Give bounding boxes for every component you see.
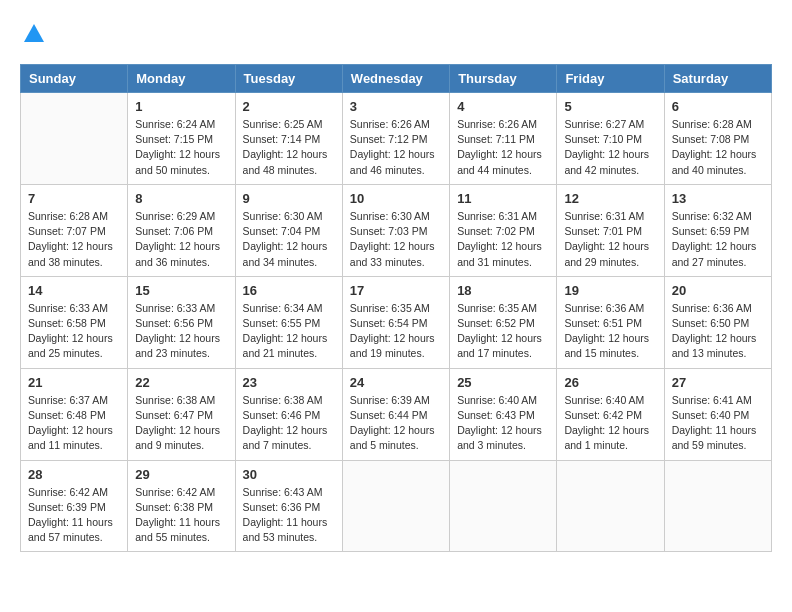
day-number: 3 <box>350 99 442 114</box>
calendar-week-row: 7Sunrise: 6:28 AM Sunset: 7:07 PM Daylig… <box>21 184 772 276</box>
calendar-cell: 19Sunrise: 6:36 AM Sunset: 6:51 PM Dayli… <box>557 276 664 368</box>
calendar-cell: 15Sunrise: 6:33 AM Sunset: 6:56 PM Dayli… <box>128 276 235 368</box>
day-number: 9 <box>243 191 335 206</box>
calendar-cell: 30Sunrise: 6:43 AM Sunset: 6:36 PM Dayli… <box>235 460 342 552</box>
day-number: 13 <box>672 191 764 206</box>
day-detail: Sunrise: 6:30 AM Sunset: 7:04 PM Dayligh… <box>243 209 335 270</box>
calendar-cell: 7Sunrise: 6:28 AM Sunset: 7:07 PM Daylig… <box>21 184 128 276</box>
logo <box>20 20 52 48</box>
day-detail: Sunrise: 6:37 AM Sunset: 6:48 PM Dayligh… <box>28 393 120 454</box>
page-header <box>20 20 772 48</box>
calendar-cell: 17Sunrise: 6:35 AM Sunset: 6:54 PM Dayli… <box>342 276 449 368</box>
calendar-week-row: 21Sunrise: 6:37 AM Sunset: 6:48 PM Dayli… <box>21 368 772 460</box>
calendar-cell: 1Sunrise: 6:24 AM Sunset: 7:15 PM Daylig… <box>128 93 235 185</box>
day-number: 6 <box>672 99 764 114</box>
day-number: 4 <box>457 99 549 114</box>
weekday-header: Sunday <box>21 65 128 93</box>
calendar-cell: 22Sunrise: 6:38 AM Sunset: 6:47 PM Dayli… <box>128 368 235 460</box>
calendar-cell: 2Sunrise: 6:25 AM Sunset: 7:14 PM Daylig… <box>235 93 342 185</box>
day-number: 14 <box>28 283 120 298</box>
calendar-cell: 6Sunrise: 6:28 AM Sunset: 7:08 PM Daylig… <box>664 93 771 185</box>
day-number: 16 <box>243 283 335 298</box>
day-detail: Sunrise: 6:28 AM Sunset: 7:08 PM Dayligh… <box>672 117 764 178</box>
logo-icon <box>20 20 48 48</box>
day-detail: Sunrise: 6:35 AM Sunset: 6:52 PM Dayligh… <box>457 301 549 362</box>
day-number: 28 <box>28 467 120 482</box>
day-detail: Sunrise: 6:41 AM Sunset: 6:40 PM Dayligh… <box>672 393 764 454</box>
calendar-cell: 8Sunrise: 6:29 AM Sunset: 7:06 PM Daylig… <box>128 184 235 276</box>
day-number: 5 <box>564 99 656 114</box>
calendar-cell <box>450 460 557 552</box>
day-number: 22 <box>135 375 227 390</box>
day-number: 20 <box>672 283 764 298</box>
calendar-cell <box>21 93 128 185</box>
day-detail: Sunrise: 6:26 AM Sunset: 7:12 PM Dayligh… <box>350 117 442 178</box>
day-detail: Sunrise: 6:26 AM Sunset: 7:11 PM Dayligh… <box>457 117 549 178</box>
calendar-cell: 20Sunrise: 6:36 AM Sunset: 6:50 PM Dayli… <box>664 276 771 368</box>
day-detail: Sunrise: 6:33 AM Sunset: 6:58 PM Dayligh… <box>28 301 120 362</box>
day-number: 2 <box>243 99 335 114</box>
calendar-cell: 5Sunrise: 6:27 AM Sunset: 7:10 PM Daylig… <box>557 93 664 185</box>
day-number: 23 <box>243 375 335 390</box>
day-number: 24 <box>350 375 442 390</box>
day-detail: Sunrise: 6:39 AM Sunset: 6:44 PM Dayligh… <box>350 393 442 454</box>
day-detail: Sunrise: 6:25 AM Sunset: 7:14 PM Dayligh… <box>243 117 335 178</box>
calendar-cell: 26Sunrise: 6:40 AM Sunset: 6:42 PM Dayli… <box>557 368 664 460</box>
day-number: 1 <box>135 99 227 114</box>
day-detail: Sunrise: 6:40 AM Sunset: 6:42 PM Dayligh… <box>564 393 656 454</box>
calendar-cell: 24Sunrise: 6:39 AM Sunset: 6:44 PM Dayli… <box>342 368 449 460</box>
day-detail: Sunrise: 6:40 AM Sunset: 6:43 PM Dayligh… <box>457 393 549 454</box>
calendar-cell: 4Sunrise: 6:26 AM Sunset: 7:11 PM Daylig… <box>450 93 557 185</box>
day-number: 18 <box>457 283 549 298</box>
weekday-header: Wednesday <box>342 65 449 93</box>
day-number: 29 <box>135 467 227 482</box>
day-detail: Sunrise: 6:28 AM Sunset: 7:07 PM Dayligh… <box>28 209 120 270</box>
day-number: 17 <box>350 283 442 298</box>
calendar-cell <box>342 460 449 552</box>
day-detail: Sunrise: 6:32 AM Sunset: 6:59 PM Dayligh… <box>672 209 764 270</box>
day-detail: Sunrise: 6:36 AM Sunset: 6:51 PM Dayligh… <box>564 301 656 362</box>
day-detail: Sunrise: 6:36 AM Sunset: 6:50 PM Dayligh… <box>672 301 764 362</box>
calendar-cell: 23Sunrise: 6:38 AM Sunset: 6:46 PM Dayli… <box>235 368 342 460</box>
day-detail: Sunrise: 6:43 AM Sunset: 6:36 PM Dayligh… <box>243 485 335 546</box>
calendar-cell <box>664 460 771 552</box>
calendar-cell <box>557 460 664 552</box>
day-detail: Sunrise: 6:38 AM Sunset: 6:47 PM Dayligh… <box>135 393 227 454</box>
day-number: 11 <box>457 191 549 206</box>
day-detail: Sunrise: 6:30 AM Sunset: 7:03 PM Dayligh… <box>350 209 442 270</box>
day-detail: Sunrise: 6:35 AM Sunset: 6:54 PM Dayligh… <box>350 301 442 362</box>
calendar-cell: 14Sunrise: 6:33 AM Sunset: 6:58 PM Dayli… <box>21 276 128 368</box>
calendar-cell: 21Sunrise: 6:37 AM Sunset: 6:48 PM Dayli… <box>21 368 128 460</box>
day-detail: Sunrise: 6:33 AM Sunset: 6:56 PM Dayligh… <box>135 301 227 362</box>
day-number: 21 <box>28 375 120 390</box>
day-detail: Sunrise: 6:27 AM Sunset: 7:10 PM Dayligh… <box>564 117 656 178</box>
calendar-week-row: 1Sunrise: 6:24 AM Sunset: 7:15 PM Daylig… <box>21 93 772 185</box>
day-number: 12 <box>564 191 656 206</box>
calendar-week-row: 28Sunrise: 6:42 AM Sunset: 6:39 PM Dayli… <box>21 460 772 552</box>
calendar-cell: 13Sunrise: 6:32 AM Sunset: 6:59 PM Dayli… <box>664 184 771 276</box>
day-detail: Sunrise: 6:42 AM Sunset: 6:38 PM Dayligh… <box>135 485 227 546</box>
calendar-table: SundayMondayTuesdayWednesdayThursdayFrid… <box>20 64 772 552</box>
day-number: 8 <box>135 191 227 206</box>
weekday-header: Tuesday <box>235 65 342 93</box>
svg-marker-0 <box>24 24 44 42</box>
weekday-header: Thursday <box>450 65 557 93</box>
weekday-header: Saturday <box>664 65 771 93</box>
calendar-cell: 27Sunrise: 6:41 AM Sunset: 6:40 PM Dayli… <box>664 368 771 460</box>
day-number: 10 <box>350 191 442 206</box>
day-detail: Sunrise: 6:42 AM Sunset: 6:39 PM Dayligh… <box>28 485 120 546</box>
day-detail: Sunrise: 6:38 AM Sunset: 6:46 PM Dayligh… <box>243 393 335 454</box>
day-number: 19 <box>564 283 656 298</box>
day-number: 26 <box>564 375 656 390</box>
calendar-cell: 3Sunrise: 6:26 AM Sunset: 7:12 PM Daylig… <box>342 93 449 185</box>
calendar-cell: 29Sunrise: 6:42 AM Sunset: 6:38 PM Dayli… <box>128 460 235 552</box>
calendar-cell: 11Sunrise: 6:31 AM Sunset: 7:02 PM Dayli… <box>450 184 557 276</box>
day-number: 7 <box>28 191 120 206</box>
day-number: 27 <box>672 375 764 390</box>
calendar-week-row: 14Sunrise: 6:33 AM Sunset: 6:58 PM Dayli… <box>21 276 772 368</box>
day-detail: Sunrise: 6:34 AM Sunset: 6:55 PM Dayligh… <box>243 301 335 362</box>
day-detail: Sunrise: 6:31 AM Sunset: 7:02 PM Dayligh… <box>457 209 549 270</box>
day-detail: Sunrise: 6:29 AM Sunset: 7:06 PM Dayligh… <box>135 209 227 270</box>
day-number: 30 <box>243 467 335 482</box>
calendar-cell: 28Sunrise: 6:42 AM Sunset: 6:39 PM Dayli… <box>21 460 128 552</box>
